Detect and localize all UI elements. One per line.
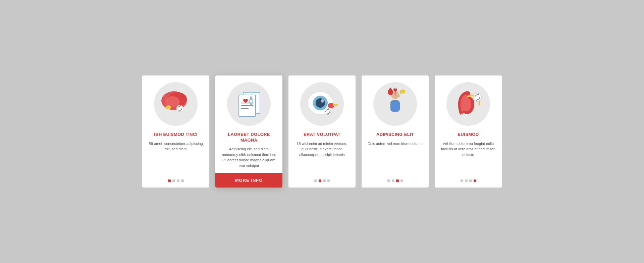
dot (172, 179, 175, 182)
card-1-description: Sit amet, consectetuer adipiscing elit, … (148, 141, 204, 174)
card-1-title: IBH EUISMOD TINCI (154, 132, 197, 138)
card-2-title: LAOREET DOLORE MAGNA (221, 132, 277, 143)
cards-container: IBH EUISMOD TINCI Sit amet, consectetuer… (142, 75, 502, 188)
card-4-dots (387, 179, 403, 182)
card-3-dots (314, 179, 330, 182)
person-organs-icon (378, 86, 412, 122)
dot (177, 179, 179, 182)
card-5-description: Vel illum dolore eu feugiat nulla facili… (440, 141, 496, 174)
svg-point-3 (165, 96, 180, 107)
card-1-dots (168, 179, 184, 182)
svg-point-17 (316, 98, 325, 108)
card-1: IBH EUISMOD TINCI Sit amet, consectetuer… (142, 75, 209, 188)
dot-active (168, 179, 171, 182)
dot (469, 179, 472, 182)
card-2: LAOREET DOLORE MAGNA Adipiscing elit, se… (215, 75, 282, 188)
card-3-description: Ut wisi enim ad minim veniam, quis nostr… (294, 141, 350, 174)
card-4-title: ADIPISCING ELIT (376, 132, 414, 138)
dot (181, 179, 184, 182)
card-5: EUISMOD Vel illum dolore eu feugiat null… (435, 75, 502, 188)
liver-icon (159, 89, 193, 119)
card-4-icon-circle (373, 82, 417, 126)
card-1-icon-circle (154, 82, 198, 126)
dot (323, 179, 326, 182)
dot-active (319, 179, 321, 182)
dot-active (474, 179, 476, 182)
svg-rect-23 (390, 100, 400, 112)
card-2-icon-circle (227, 82, 271, 126)
card-5-icon-circle (446, 82, 490, 126)
card-3-icon-circle (300, 82, 344, 126)
card-5-dots (461, 179, 476, 182)
more-info-button[interactable]: MORE INFO (215, 173, 282, 188)
dot (392, 179, 394, 182)
card-3-title: ERAT VOLUTPAT (304, 132, 340, 138)
svg-rect-20 (333, 104, 338, 106)
card-2-description: Adipiscing elit, sed diam nonummy nibh e… (221, 146, 277, 168)
svg-point-4 (166, 105, 171, 109)
svg-point-28 (473, 93, 481, 101)
dot (465, 179, 468, 182)
card-4: ADIPISCING ELIT Duis autem vel eum iriur… (362, 75, 429, 188)
card-4-description: Duis autem vel eum iriure dolor in (368, 141, 423, 174)
kidney-icon (450, 87, 487, 121)
eye-icon (304, 89, 340, 119)
card-3: ERAT VOLUTPAT Ut wisi enim ad minim veni… (288, 75, 356, 188)
svg-line-27 (399, 93, 400, 97)
dot (400, 179, 403, 182)
dot (387, 179, 390, 182)
dot-active (396, 179, 399, 182)
svg-point-18 (321, 99, 324, 103)
dot (314, 179, 317, 182)
dot (461, 179, 463, 182)
dot (327, 179, 330, 182)
card-5-title: EUISMOD (458, 132, 479, 138)
medical-report-icon (231, 86, 267, 121)
